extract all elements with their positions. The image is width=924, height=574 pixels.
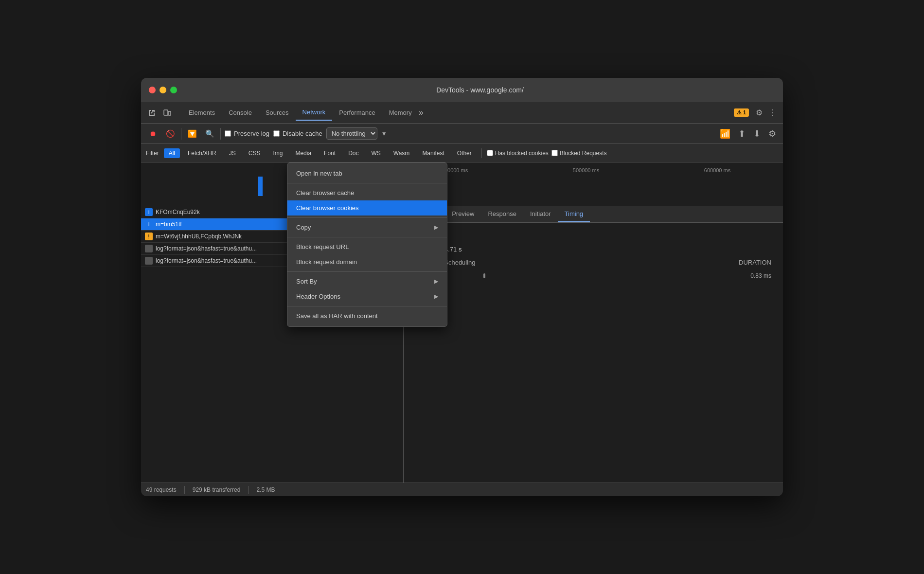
tab-memory[interactable]: Memory [382,105,419,120]
filter-fetch-xhr[interactable]: Fetch/XHR [183,148,221,158]
clear-button[interactable]: 🚫 [163,127,177,141]
queueing-value: 0.83 ms [732,272,771,279]
cm-clear-cookies-label: Clear browser cookies [296,206,359,212]
cm-header-options-label: Header Options [296,293,340,300]
toolbar-divider-2 [220,128,221,140]
req-icon-2: ! [145,233,153,240]
has-blocked-cookies-input[interactable] [487,150,493,156]
filter-manifest[interactable]: Manifest [417,148,449,158]
toolbar-settings-icon[interactable]: ⚙ [766,127,778,140]
request-area: i KFOmCnqEu92k i m=bm51tf ! m=Wt6vjf,hhh… [141,206,783,483]
blocked-requests-input[interactable] [551,150,558,156]
disable-cache-checkbox[interactable]: Disable cache [273,130,322,137]
more-options-icon[interactable]: ⋮ [765,106,779,119]
throttle-select[interactable]: No throttling [326,127,377,140]
network-toolbar: ⏺ 🚫 🔽 🔍 Preserve log Disable cache No th… [141,124,783,144]
tab-preview[interactable]: Preview [445,206,481,222]
maximize-button[interactable] [170,87,177,93]
tab-response[interactable]: Response [481,206,523,222]
cm-clear-cookies[interactable]: Clear browser cookies [287,206,404,215]
status-divider-1 [184,486,185,494]
minimize-button[interactable] [160,87,166,93]
duration-label: DURATION [739,259,771,266]
filter-other[interactable]: Other [452,148,477,158]
started-at-row-1: d at 4.71 s [415,233,771,240]
main-content: 100000 ms 400000 ms 500000 ms 600000 ms … [141,162,783,496]
device-icon[interactable] [160,106,174,120]
cm-separator-5 [287,306,404,306]
cm-header-options[interactable]: Header Options ▶ [287,289,404,304]
cm-block-domain[interactable]: Block request domain [287,254,404,269]
req-icon-0: i [145,208,153,216]
filter-icon[interactable]: 🔽 [185,127,199,141]
filter-img[interactable]: Img [268,148,287,158]
cm-save-har-label: Save all as HAR with content [296,312,378,320]
started-at-value-1: d at 4.71 s [415,233,771,240]
queueing-bar [483,273,485,278]
req-icon-4 [145,257,153,265]
filter-js[interactable]: JS [224,148,241,158]
total-size: 2.5 MB [256,486,275,493]
timing-section-title: Resource Scheduling DURATION [415,259,771,266]
timing-resource-scheduling: Resource Scheduling DURATION Queueing 0.… [415,259,771,280]
tab-initiator[interactable]: Initiator [523,206,558,222]
disable-cache-label: Disable cache [283,130,322,137]
filter-wasm[interactable]: Wasm [389,148,415,158]
disable-cache-input[interactable] [273,130,280,137]
filter-divider [481,148,482,158]
settings-icon[interactable]: ⚙ [753,106,765,119]
notification-badge: ⚠ 1 [734,108,749,117]
cm-copy[interactable]: Copy ▶ [287,220,404,235]
upload-icon[interactable]: ⬆ [736,127,747,140]
tl-label-4: 600000 ms [652,167,783,173]
filter-media[interactable]: Media [290,148,316,158]
tab-timing[interactable]: Timing [558,206,590,222]
cm-save-har[interactable]: Save all as HAR with content [287,308,404,323]
req-icon-3 [145,245,153,252]
tab-sources[interactable]: Sources [259,105,296,120]
blocked-requests-check[interactable]: Blocked Requests [551,150,607,157]
close-button[interactable] [149,87,156,93]
tab-network[interactable]: Network [296,105,333,121]
download-icon[interactable]: ⬇ [751,127,763,140]
transferred-size: 929 kB transferred [193,486,241,493]
search-icon[interactable]: 🔍 [203,127,216,141]
context-menu: Open in new tab Clear browser cache Clea… [287,206,404,327]
preserve-log-label: Preserve log [234,130,269,137]
title-bar: DevTools - www.google.com/ [141,78,783,102]
detail-tabs: Headers Preview Response Initiator Timin… [404,206,783,223]
tl-label-3: 500000 ms [520,167,652,173]
filter-css[interactable]: CSS [244,148,266,158]
toolbar-divider-1 [181,128,181,140]
cm-separator-3 [287,237,404,237]
preserve-log-input[interactable] [225,130,231,137]
tab-console[interactable]: Console [222,105,259,120]
timeline-area: 100000 ms 400000 ms 500000 ms 600000 ms [141,162,783,206]
timeline-bar [258,177,263,196]
status-bar: 49 requests 929 kB transferred 2.5 MB [141,483,783,496]
record-button[interactable]: ⏺ [146,127,160,141]
svg-rect-0 [164,110,168,115]
cm-separator-2 [287,217,404,218]
filter-doc[interactable]: Doc [343,148,363,158]
requests-count: 49 requests [146,486,177,493]
filter-ws[interactable]: WS [366,148,385,158]
tab-performance[interactable]: Performance [332,105,382,120]
has-blocked-cookies-check[interactable]: Has blocked cookies [487,150,549,157]
inspector-icon[interactable] [145,106,159,120]
more-tabs-button[interactable]: » [419,108,424,118]
devtools-tabs-bar: Elements Console Sources Network Perform… [141,102,783,124]
filter-font[interactable]: Font [319,148,340,158]
cm-block-url[interactable]: Block request URL [287,239,404,254]
request-list: i KFOmCnqEu92k i m=bm51tf ! m=Wt6vjf,hhh… [141,206,404,483]
filter-all[interactable]: All [164,148,180,158]
wifi-icon: 📶 [718,127,732,140]
timing-queueing-row: Queueing 0.83 ms [415,272,771,280]
tab-elements[interactable]: Elements [182,105,222,120]
filter-bar: Filter All Fetch/XHR JS CSS Img Media Fo… [141,144,783,162]
started-at-value-2: Started at 4.71 s [415,246,771,253]
preserve-log-checkbox[interactable]: Preserve log [225,130,269,137]
cm-sort-by[interactable]: Sort By ▶ [287,274,404,289]
started-at-row-2: Started at 4.71 s [415,246,771,253]
cm-separator-4 [287,271,404,272]
